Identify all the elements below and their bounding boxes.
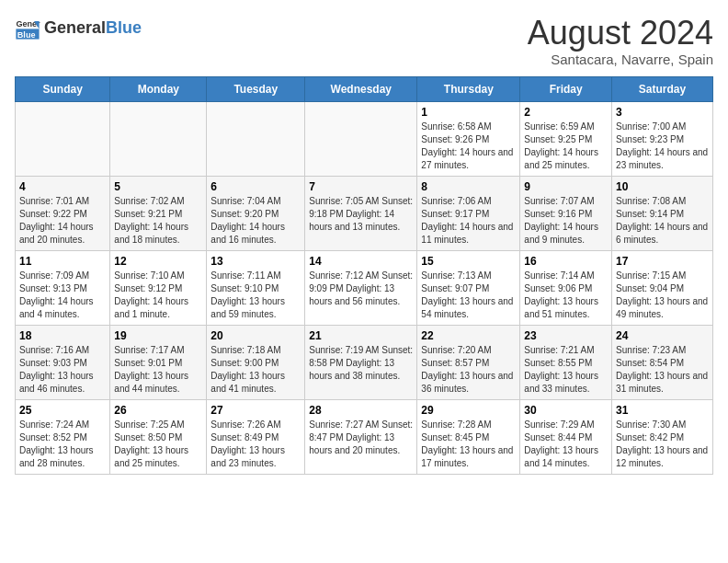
- day-number: 26: [114, 404, 202, 417]
- calendar-week-row: 25Sunrise: 7:24 AM Sunset: 8:52 PM Dayli…: [16, 399, 713, 474]
- calendar-cell: 5Sunrise: 7:02 AM Sunset: 9:21 PM Daylig…: [110, 176, 207, 250]
- day-info: Sunrise: 7:14 AM Sunset: 9:06 PM Dayligh…: [524, 270, 608, 321]
- day-info: Sunrise: 7:28 AM Sunset: 8:45 PM Dayligh…: [421, 419, 516, 470]
- calendar-cell: 1Sunrise: 6:58 AM Sunset: 9:26 PM Daylig…: [417, 101, 520, 176]
- logo-blue-text: Blue: [106, 18, 142, 38]
- calendar-week-row: 11Sunrise: 7:09 AM Sunset: 9:13 PM Dayli…: [16, 250, 713, 325]
- calendar-cell: 12Sunrise: 7:10 AM Sunset: 9:12 PM Dayli…: [110, 250, 207, 325]
- day-number: 8: [421, 180, 516, 193]
- day-info: Sunrise: 7:24 AM Sunset: 8:52 PM Dayligh…: [19, 419, 106, 470]
- day-number: 30: [524, 404, 608, 417]
- day-info: Sunrise: 7:15 AM Sunset: 9:04 PM Dayligh…: [616, 270, 709, 321]
- calendar-cell: 22Sunrise: 7:20 AM Sunset: 8:57 PM Dayli…: [417, 325, 520, 399]
- calendar-cell: [305, 101, 417, 176]
- day-number: 9: [524, 180, 608, 193]
- day-info: Sunrise: 7:20 AM Sunset: 8:57 PM Dayligh…: [421, 344, 516, 396]
- day-number: 14: [309, 255, 413, 268]
- day-number: 10: [616, 180, 709, 193]
- day-info: Sunrise: 7:18 AM Sunset: 9:00 PM Dayligh…: [210, 344, 301, 396]
- calendar-cell: 18Sunrise: 7:16 AM Sunset: 9:03 PM Dayli…: [16, 325, 110, 399]
- day-number: 31: [616, 404, 709, 417]
- day-number: 20: [210, 329, 301, 342]
- day-info: Sunrise: 7:16 AM Sunset: 9:03 PM Dayligh…: [19, 344, 106, 396]
- day-info: Sunrise: 7:05 AM Sunset: 9:18 PM Dayligh…: [309, 195, 413, 234]
- calendar-cell: 29Sunrise: 7:28 AM Sunset: 8:45 PM Dayli…: [417, 399, 520, 474]
- day-info: Sunrise: 7:02 AM Sunset: 9:21 PM Dayligh…: [114, 195, 202, 247]
- calendar-cell: 24Sunrise: 7:23 AM Sunset: 8:54 PM Dayli…: [612, 325, 713, 399]
- day-info: Sunrise: 7:17 AM Sunset: 9:01 PM Dayligh…: [114, 344, 202, 396]
- day-number: 2: [524, 106, 608, 119]
- weekday-header-friday: Friday: [520, 76, 612, 101]
- day-number: 3: [616, 106, 709, 119]
- calendar-cell: 13Sunrise: 7:11 AM Sunset: 9:10 PM Dayli…: [207, 250, 305, 325]
- calendar-cell: [110, 101, 207, 176]
- weekday-header-tuesday: Tuesday: [207, 76, 305, 101]
- calendar-title: August 2024: [528, 15, 713, 52]
- logo-icon: General Blue: [15, 15, 40, 40]
- calendar-cell: 16Sunrise: 7:14 AM Sunset: 9:06 PM Dayli…: [520, 250, 612, 325]
- calendar-cell: 11Sunrise: 7:09 AM Sunset: 9:13 PM Dayli…: [16, 250, 110, 325]
- day-number: 19: [114, 329, 202, 342]
- calendar-cell: 30Sunrise: 7:29 AM Sunset: 8:44 PM Dayli…: [520, 399, 612, 474]
- title-area: August 2024 Santacara, Navarre, Spain: [528, 15, 713, 67]
- logo: General Blue General Blue: [15, 15, 142, 40]
- svg-text:Blue: Blue: [17, 30, 36, 40]
- day-number: 1: [421, 106, 516, 119]
- day-number: 5: [114, 180, 202, 193]
- calendar-cell: 3Sunrise: 7:00 AM Sunset: 9:23 PM Daylig…: [612, 101, 713, 176]
- day-info: Sunrise: 7:23 AM Sunset: 8:54 PM Dayligh…: [616, 344, 709, 396]
- calendar-cell: 14Sunrise: 7:12 AM Sunset: 9:09 PM Dayli…: [305, 250, 417, 325]
- day-info: Sunrise: 7:30 AM Sunset: 8:42 PM Dayligh…: [616, 419, 709, 470]
- calendar-cell: 31Sunrise: 7:30 AM Sunset: 8:42 PM Dayli…: [612, 399, 713, 474]
- day-info: Sunrise: 7:25 AM Sunset: 8:50 PM Dayligh…: [114, 419, 202, 470]
- day-info: Sunrise: 7:29 AM Sunset: 8:44 PM Dayligh…: [524, 419, 608, 470]
- day-info: Sunrise: 7:13 AM Sunset: 9:07 PM Dayligh…: [421, 270, 516, 321]
- day-number: 22: [421, 329, 516, 342]
- calendar-cell: 25Sunrise: 7:24 AM Sunset: 8:52 PM Dayli…: [16, 399, 110, 474]
- calendar-cell: 27Sunrise: 7:26 AM Sunset: 8:49 PM Dayli…: [207, 399, 305, 474]
- day-number: 13: [210, 255, 301, 268]
- day-info: Sunrise: 7:10 AM Sunset: 9:12 PM Dayligh…: [114, 270, 202, 321]
- calendar-table: SundayMondayTuesdayWednesdayThursdayFrid…: [15, 76, 713, 475]
- day-number: 29: [421, 404, 516, 417]
- day-number: 16: [524, 255, 608, 268]
- calendar-cell: 28Sunrise: 7:27 AM Sunset: 8:47 PM Dayli…: [305, 399, 417, 474]
- weekday-header-monday: Monday: [110, 76, 207, 101]
- calendar-week-row: 1Sunrise: 6:58 AM Sunset: 9:26 PM Daylig…: [16, 101, 713, 176]
- calendar-cell: [16, 101, 110, 176]
- day-info: Sunrise: 7:06 AM Sunset: 9:17 PM Dayligh…: [421, 195, 516, 247]
- calendar-week-row: 18Sunrise: 7:16 AM Sunset: 9:03 PM Dayli…: [16, 325, 713, 399]
- day-info: Sunrise: 7:08 AM Sunset: 9:14 PM Dayligh…: [616, 195, 709, 247]
- calendar-cell: [207, 101, 305, 176]
- day-info: Sunrise: 7:27 AM Sunset: 8:47 PM Dayligh…: [309, 419, 413, 457]
- calendar-body: 1Sunrise: 6:58 AM Sunset: 9:26 PM Daylig…: [16, 101, 713, 474]
- day-info: Sunrise: 7:07 AM Sunset: 9:16 PM Dayligh…: [524, 195, 608, 247]
- weekday-header-wednesday: Wednesday: [305, 76, 417, 101]
- day-number: 25: [19, 404, 106, 417]
- day-number: 7: [309, 180, 413, 193]
- calendar-header: SundayMondayTuesdayWednesdayThursdayFrid…: [16, 76, 713, 101]
- logo-general-text: General: [44, 18, 106, 38]
- day-number: 15: [421, 255, 516, 268]
- calendar-cell: 8Sunrise: 7:06 AM Sunset: 9:17 PM Daylig…: [417, 176, 520, 250]
- day-number: 18: [19, 329, 106, 342]
- day-number: 24: [616, 329, 709, 342]
- day-info: Sunrise: 7:09 AM Sunset: 9:13 PM Dayligh…: [19, 270, 106, 321]
- calendar-subtitle: Santacara, Navarre, Spain: [528, 52, 713, 67]
- day-number: 6: [210, 180, 301, 193]
- calendar-cell: 15Sunrise: 7:13 AM Sunset: 9:07 PM Dayli…: [417, 250, 520, 325]
- day-info: Sunrise: 6:59 AM Sunset: 9:25 PM Dayligh…: [524, 121, 608, 172]
- weekday-header-thursday: Thursday: [417, 76, 520, 101]
- day-info: Sunrise: 7:00 AM Sunset: 9:23 PM Dayligh…: [616, 121, 709, 172]
- calendar-cell: 19Sunrise: 7:17 AM Sunset: 9:01 PM Dayli…: [110, 325, 207, 399]
- day-info: Sunrise: 7:19 AM Sunset: 8:58 PM Dayligh…: [309, 344, 413, 383]
- day-number: 4: [19, 180, 106, 193]
- weekday-header-row: SundayMondayTuesdayWednesdayThursdayFrid…: [16, 76, 713, 101]
- calendar-cell: 9Sunrise: 7:07 AM Sunset: 9:16 PM Daylig…: [520, 176, 612, 250]
- calendar-week-row: 4Sunrise: 7:01 AM Sunset: 9:22 PM Daylig…: [16, 176, 713, 250]
- calendar-cell: 20Sunrise: 7:18 AM Sunset: 9:00 PM Dayli…: [207, 325, 305, 399]
- calendar-cell: 10Sunrise: 7:08 AM Sunset: 9:14 PM Dayli…: [612, 176, 713, 250]
- day-number: 11: [19, 255, 106, 268]
- header: General Blue General Blue August 2024 Sa…: [15, 15, 713, 67]
- day-number: 27: [210, 404, 301, 417]
